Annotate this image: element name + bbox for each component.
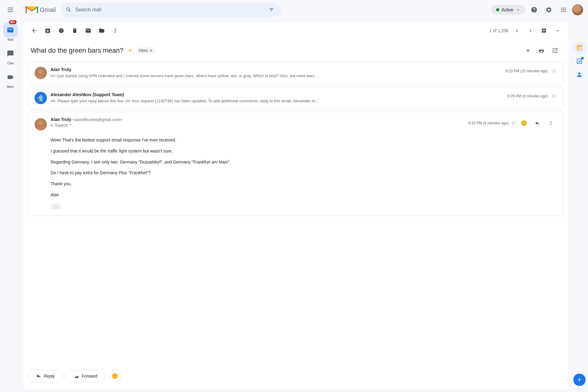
main-content: Gmail Active: [21, 0, 588, 392]
email-subject: What do the green bars mean?: [31, 47, 123, 55]
user-avatar[interactable]: [572, 4, 583, 15]
subject-arrow-icon: [127, 48, 133, 53]
svg-point-21: [39, 121, 43, 125]
open-in-new-button[interactable]: [549, 44, 561, 57]
email-message-3: Alan Truly <aceofthumbs@gmail.com> to Su…: [28, 112, 564, 216]
email-preview-2: ##- Please type your reply above this li…: [51, 99, 326, 103]
star-button-1[interactable]: ☆: [550, 67, 557, 75]
reply-label: Reply: [44, 374, 55, 379]
star-button-2[interactable]: ☆: [550, 92, 557, 100]
sidebar-item-meet[interactable]: Meet: [3, 68, 18, 90]
email-preview-1: Hi I just started using VPN Unlimited an…: [51, 74, 326, 78]
view-dropdown-button[interactable]: [551, 24, 564, 37]
calendar-icon-button[interactable]: [573, 42, 586, 54]
svg-rect-2: [8, 11, 13, 12]
body-paragraph-5: Thank you,: [51, 180, 557, 188]
search-icon: [66, 7, 72, 13]
active-dot: [496, 8, 499, 11]
svg-text:Gmail: Gmail: [40, 6, 56, 13]
to-line: to Support: [51, 123, 465, 128]
email-message-2[interactable]: Alexander Aleshkov (Support Team) ##- Pl…: [28, 87, 564, 109]
move-to-button[interactable]: [96, 24, 108, 37]
thread-container: Alan Truly Hi I just started using VPN U…: [23, 59, 568, 363]
prev-email-button[interactable]: [511, 24, 523, 37]
archive-button[interactable]: [42, 24, 54, 37]
mark-unread-button[interactable]: [82, 24, 94, 37]
forward-button[interactable]: Forward: [66, 370, 105, 382]
email-time-3: 6:33 PM (5 minutes ago): [469, 121, 509, 125]
star-button-3[interactable]: ☆: [510, 119, 517, 127]
sidebar-item-chat[interactable]: Chat: [3, 44, 18, 67]
show-trimmed-content-button[interactable]: ···: [51, 204, 60, 210]
svg-rect-9: [26, 6, 27, 13]
email-time-area-1: 6:23 PM (15 minutes ago) ☆: [506, 67, 557, 75]
gmail-logo[interactable]: Gmail: [26, 6, 56, 14]
svg-rect-15: [544, 31, 546, 33]
mail-badge: 99+: [9, 20, 17, 24]
report-spam-button[interactable]: [55, 24, 67, 37]
content-row: 1 of 1,208 What do the green bars mean?: [21, 20, 588, 392]
chat-label: Chat: [7, 62, 13, 65]
view-toggle-button[interactable]: [538, 24, 550, 37]
sender-avatar-3: [35, 118, 47, 130]
reply-inline-button[interactable]: [531, 117, 544, 129]
email-message-1[interactable]: Alan Truly Hi I just started using VPN U…: [28, 62, 564, 84]
settings-button[interactable]: [543, 4, 555, 16]
body-paragraph-1: Wow! That's the fastest support email re…: [51, 137, 557, 144]
body-paragraph-2: I guessed that it would be the traffic l…: [51, 148, 557, 155]
email-toolbar: 1 of 1,208: [23, 22, 568, 40]
email-body-3: Wow! That's the fastest support email re…: [35, 137, 557, 211]
sender-name-2: Alexander Aleshkov (Support Team): [51, 92, 124, 97]
active-status-button[interactable]: Active: [491, 5, 526, 15]
more-actions-button[interactable]: [109, 24, 121, 37]
emoji-reaction-reply-button[interactable]: 🙂: [109, 370, 121, 382]
help-button[interactable]: [528, 4, 540, 16]
meet-label: Meet: [7, 85, 14, 89]
sender-avatar-2: [35, 92, 47, 104]
pagination-text: 1 of 1,208: [489, 28, 508, 33]
to-dropdown-button[interactable]: [69, 123, 73, 128]
email-time-1: 6:23 PM (15 minutes ago): [506, 69, 548, 73]
sidebar-item-mail[interactable]: 99+ Mail: [3, 21, 18, 43]
contacts-icon-button[interactable]: [573, 69, 586, 81]
body-paragraph-6: Alan: [51, 191, 557, 199]
reply-button[interactable]: Reply: [28, 370, 62, 382]
hamburger-button[interactable]: [3, 2, 18, 17]
search-bar[interactable]: [61, 3, 281, 17]
up-down-nav-button[interactable]: [522, 44, 534, 57]
delete-button[interactable]: [69, 24, 81, 37]
left-rail: 99+ Mail Chat Meet: [0, 0, 21, 392]
tasks-icon-button[interactable]: [573, 55, 586, 67]
inbox-label: Inbox: [139, 48, 148, 53]
reply-actions: Reply Forward 🙂: [23, 363, 568, 390]
svg-rect-1: [8, 9, 13, 10]
search-filter-button[interactable]: [266, 5, 276, 15]
svg-rect-0: [8, 8, 13, 8]
back-button[interactable]: [28, 24, 40, 37]
body-paragraph-4: Do I have to pay extra for Germany Plus …: [51, 169, 557, 177]
apps-button[interactable]: [557, 4, 570, 16]
subject-area: What do the green bars mean? Inbox: [23, 40, 568, 59]
print-button[interactable]: [535, 44, 548, 57]
svg-rect-14: [542, 31, 544, 33]
sender-email-3: <aceofthumbs@gmail.com>: [73, 117, 122, 122]
next-email-button[interactable]: [524, 24, 537, 37]
emoji-reaction-button[interactable]: 🙂: [518, 117, 530, 129]
sender-avatar-1: [35, 67, 47, 79]
active-label: Active: [502, 7, 513, 12]
email-meta-1: Alan Truly Hi I just started using VPN U…: [51, 67, 502, 78]
search-input[interactable]: [75, 7, 263, 13]
email-view: 1 of 1,208 What do the green bars mean?: [23, 22, 568, 390]
add-button[interactable]: [573, 374, 586, 386]
email-meta-2: Alexander Aleshkov (Support Team) ##- Pl…: [51, 92, 504, 103]
inbox-badge[interactable]: Inbox: [136, 47, 155, 54]
right-sidebar: [571, 20, 588, 392]
body-paragraph-3: Regarding Germany, I see only two: Germa…: [51, 159, 557, 166]
svg-rect-12: [542, 28, 544, 30]
more-options-button-3[interactable]: [545, 117, 557, 129]
email-time-area-2: 6:29 PM (9 minutes ago) ☆: [508, 92, 557, 100]
sender-name-3: Alan Truly <aceofthumbs@gmail.com>: [51, 117, 122, 122]
header-right: Active: [491, 4, 583, 16]
svg-point-17: [39, 70, 43, 74]
svg-rect-10: [37, 6, 38, 13]
